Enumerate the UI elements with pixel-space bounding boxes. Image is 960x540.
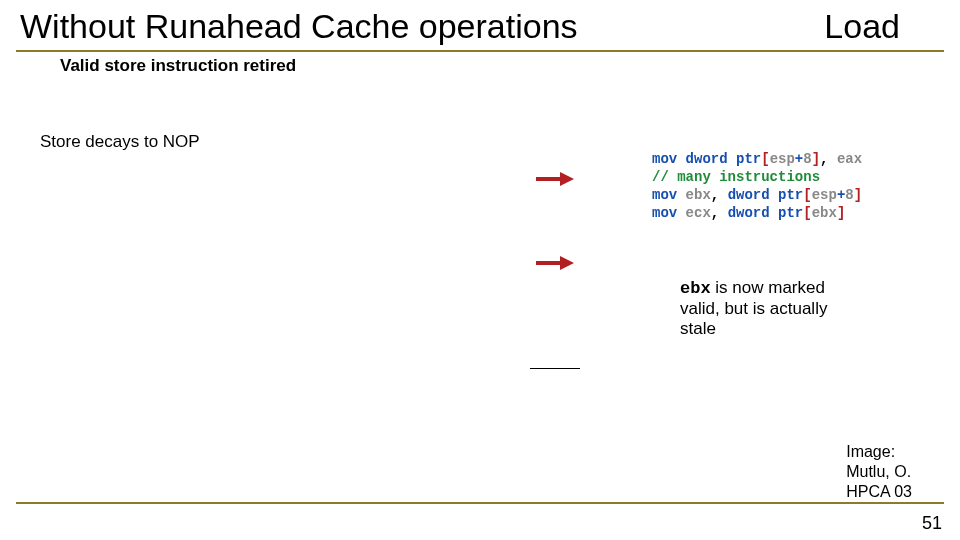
code-reg: ebx [812,205,837,221]
subtitle-valid-store: Valid store instruction retired [0,56,960,76]
code-bracket: ] [854,187,862,203]
subtitle-store-decays: Store decays to NOP [0,132,960,152]
page-title: Without Runahead Cache operations [20,6,824,46]
credit-line: HPCA 03 [846,483,912,500]
arrow-icon [536,174,576,182]
arrow-icon [536,258,576,266]
code-kw: mov [652,187,677,203]
code-comment: // many instructions [652,169,820,185]
code-bracket: [ [761,151,769,167]
code-block: mov dword ptr[esp+8], eax // many instru… [652,150,862,222]
code-kw: dword ptr [728,205,804,221]
code-kw: dword ptr [728,187,804,203]
note-reg: ebx [680,279,711,298]
code-reg: eax [837,151,862,167]
note-block: ebx is now marked valid, but is actually… [680,278,890,339]
note-text: is now marked [711,278,825,297]
code-reg: ebx [677,187,711,203]
note-text: stale [680,319,716,338]
divider-top [16,50,944,52]
code-bracket: ] [837,205,845,221]
code-sep: , [711,205,728,221]
credit-line: Image: [846,443,895,460]
image-credit: Image: Mutlu, O. HPCA 03 [846,442,912,502]
code-reg: ecx [677,205,711,221]
divider-bottom [16,502,944,504]
code-sep: , [711,187,728,203]
code-bracket: [ [803,205,811,221]
code-kw: mov [652,205,677,221]
code-num: 8 [845,187,853,203]
code-kw: mov [652,151,677,167]
short-rule [530,368,580,369]
code-sep: , [820,151,837,167]
page-number: 51 [922,513,942,534]
code-kw: dword ptr [677,151,761,167]
code-num: 8 [803,151,811,167]
code-reg: esp [770,151,795,167]
section-title: Load [824,6,940,46]
code-bracket: ] [812,151,820,167]
title-row: Without Runahead Cache operations Load [0,0,960,46]
note-text: valid, but is actually [680,299,827,318]
code-op: + [795,151,803,167]
credit-line: Mutlu, O. [846,463,911,480]
code-reg: esp [812,187,837,203]
code-bracket: [ [803,187,811,203]
